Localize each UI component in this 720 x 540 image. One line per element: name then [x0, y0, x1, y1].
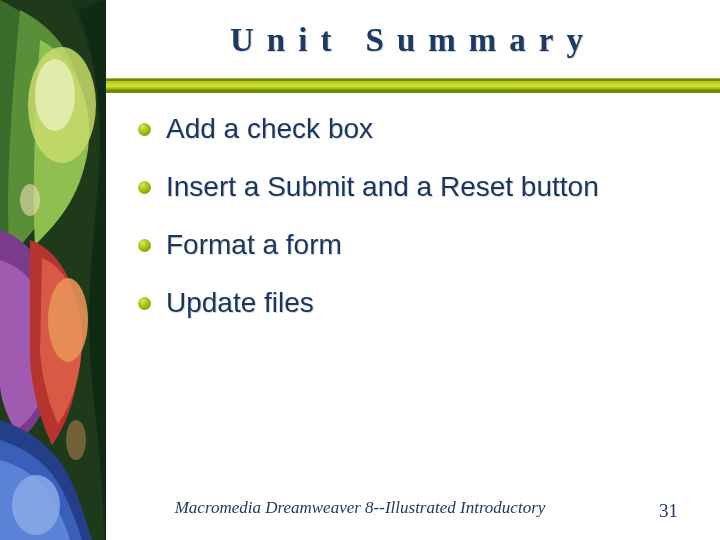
bullet-text: Insert a Submit and a Reset button [166, 171, 599, 202]
svg-point-5 [20, 184, 40, 216]
bullet-list: Add a check box Insert a Submit and a Re… [134, 112, 694, 321]
list-item: Format a form [134, 228, 694, 262]
svg-point-3 [48, 278, 88, 362]
page-number: 31 [659, 500, 678, 522]
footer: Macromedia Dreamweaver 8--Illustrated In… [0, 498, 720, 522]
accent-bar [106, 78, 720, 93]
list-item: Update files [134, 286, 694, 320]
list-item: Insert a Submit and a Reset button [134, 170, 694, 204]
bullet-icon [138, 239, 151, 252]
slide: Unit Summary Add a check box Insert a Su… [0, 0, 720, 540]
title-area: Unit Summary [106, 0, 720, 80]
bullet-text: Add a check box [166, 113, 373, 144]
bullet-icon [138, 181, 151, 194]
sidebar-decorative-art [0, 0, 106, 540]
list-item: Add a check box [134, 112, 694, 146]
bullet-icon [138, 297, 151, 310]
bullet-text: Format a form [166, 229, 342, 260]
footer-text: Macromedia Dreamweaver 8--Illustrated In… [0, 498, 720, 518]
bullet-text: Update files [166, 287, 314, 318]
svg-point-2 [35, 59, 75, 131]
svg-point-6 [66, 420, 86, 460]
content-area: Add a check box Insert a Submit and a Re… [134, 112, 694, 345]
bullet-icon [138, 123, 151, 136]
slide-title: Unit Summary [230, 22, 596, 59]
